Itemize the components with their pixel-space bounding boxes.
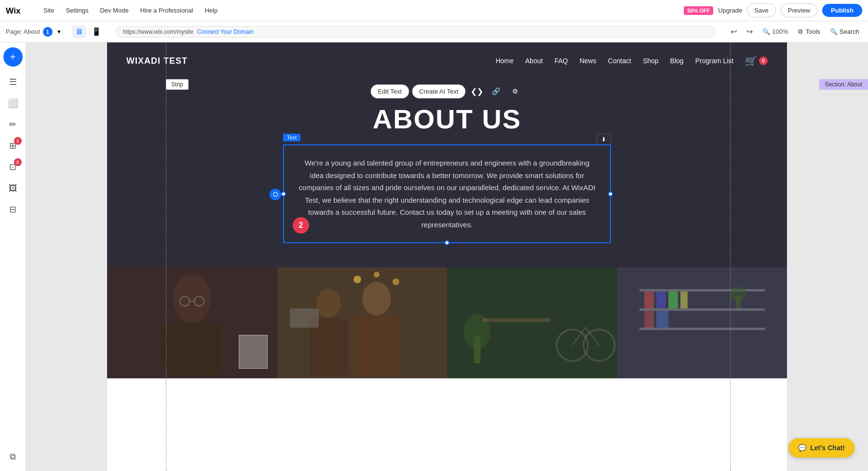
svg-rect-2 <box>163 323 221 376</box>
canvas-area: Strip Section: About WIXADI TEST Home Ab… <box>26 42 868 471</box>
image-overlay-2 <box>277 267 448 378</box>
editor-area: + ☰ ⬜ ✏ ⊞ 1 ⊡ 2 🖼 ⊟ ⧉ Strip Section: Abo… <box>0 42 868 471</box>
second-bar: Page: About 1 ▾ 🖥 📱 https://www.wix.com/… <box>0 21 868 42</box>
nav-contact[interactable]: Contact <box>608 57 631 65</box>
chat-button[interactable]: 💬 Let's Chat! <box>788 438 854 457</box>
resize-handle-left[interactable] <box>281 192 286 196</box>
nav-program-list[interactable]: Program List <box>695 57 733 65</box>
apps-badge: 2 <box>14 158 22 166</box>
add-element-button[interactable]: + <box>3 47 23 67</box>
search-label: Search <box>840 28 859 35</box>
link-icon-button[interactable]: 🔗 <box>488 83 504 99</box>
sidebar-icon-design[interactable]: ✏ <box>3 115 23 134</box>
sidebar-icon-menu[interactable]: ☰ <box>3 72 23 92</box>
connect-domain-link[interactable]: Connect Your Domain <box>197 28 254 35</box>
nav-faq[interactable]: FAQ <box>555 57 568 65</box>
cart-button[interactable]: 🛒 0 <box>745 55 768 67</box>
svg-rect-26 <box>639 328 765 330</box>
image-panel-1 <box>107 267 277 378</box>
site-preview: WIXADI TEST Home About FAQ News Contact … <box>107 42 787 471</box>
url-bar: https://www.wix.com/mysite Connect Your … <box>116 26 716 38</box>
chat-icon: 💬 <box>798 444 806 452</box>
search-button[interactable]: 🔍 Search <box>827 25 862 38</box>
text-label-tag: Text <box>283 134 300 141</box>
image-overlay-3 <box>447 267 617 378</box>
svg-point-13 <box>374 272 380 277</box>
quotes-icon-button[interactable]: ❮❯ <box>469 83 485 99</box>
svg-point-1 <box>173 275 211 323</box>
preview-button[interactable]: Preview <box>781 3 817 17</box>
sidebar-icon-apps[interactable]: ⊡ 2 <box>3 157 23 177</box>
nav-shop[interactable]: Shop <box>643 57 659 65</box>
svg-rect-29 <box>668 291 678 308</box>
menu-item-settings[interactable]: Settings <box>61 5 93 16</box>
image-panel-4 <box>617 267 787 378</box>
svg-rect-27 <box>644 291 654 308</box>
menu-item-devmode[interactable]: Dev Mode <box>95 5 133 16</box>
wix-logo: Wix <box>6 5 25 16</box>
desktop-view-button[interactable]: 🖥 <box>72 26 86 38</box>
image-panel-2 <box>277 267 448 378</box>
nav-home[interactable]: Home <box>496 57 514 65</box>
cart-icon: 🛒 <box>745 55 757 67</box>
image-overlay-4 <box>617 267 787 378</box>
section-about-label: Section: About <box>819 79 868 90</box>
view-buttons: 🖥 📱 <box>72 25 104 38</box>
menu-item-help[interactable]: Help <box>200 5 222 16</box>
tools-button[interactable]: ⚙ Tools <box>795 25 823 38</box>
about-section: Edit Text Create AI Text ❮❯ 🔗 ⚙ ABOUT US… <box>107 79 787 267</box>
sections-badge: 1 <box>14 137 22 145</box>
about-title: ABOUT US <box>373 103 521 135</box>
strip-label[interactable]: Strip <box>166 79 189 90</box>
create-ai-text-button[interactable]: Create AI Text <box>412 84 465 98</box>
chat-label: Let's Chat! <box>810 444 845 452</box>
svg-point-7 <box>316 289 340 318</box>
svg-rect-31 <box>644 311 654 328</box>
svg-point-9 <box>362 282 391 316</box>
edit-indicator: ⬡ <box>270 189 281 200</box>
top-bar-menu: Site Settings Dev Mode Hire a Profession… <box>39 5 674 16</box>
page-label: Page: About 1 ▾ <box>6 26 63 37</box>
top-bar-right: 50% OFF Upgrade Save Preview Publish <box>684 3 862 17</box>
menu-item-site[interactable]: Site <box>39 5 59 16</box>
edit-text-button[interactable]: Edit Text <box>370 84 409 98</box>
images-section <box>107 267 787 378</box>
svg-text:Wix: Wix <box>6 6 21 15</box>
save-button[interactable]: Save <box>747 3 776 17</box>
page-dropdown-button[interactable]: ▾ <box>55 26 63 37</box>
text-box[interactable]: ⬡ We're a young and talented group of en… <box>283 144 611 243</box>
nav-news[interactable]: News <box>580 57 597 65</box>
cart-badge: 0 <box>759 56 768 65</box>
zoom-button[interactable]: 🔍 100% <box>760 25 791 38</box>
site-logo: WIXADI TEST <box>126 56 188 66</box>
mobile-view-button[interactable]: 📱 <box>89 25 104 38</box>
tools-label: Tools <box>805 28 820 35</box>
zoom-icon: 🔍 <box>762 28 770 35</box>
resize-handle-bottom[interactable] <box>445 240 449 245</box>
sidebar-icon-pages[interactable]: ⬜ <box>3 94 23 113</box>
sidebar-icon-blog[interactable]: ⊟ <box>3 200 23 219</box>
nav-blog[interactable]: Blog <box>670 57 684 65</box>
svg-rect-11 <box>290 308 319 328</box>
svg-rect-10 <box>355 316 398 376</box>
search-icon: 🔍 <box>830 28 838 35</box>
site-nav: WIXADI TEST Home About FAQ News Contact … <box>107 42 787 79</box>
upgrade-link[interactable]: Upgrade <box>718 7 742 14</box>
menu-item-hire[interactable]: Hire a Professional <box>136 5 198 16</box>
image-overlay-box <box>239 335 268 369</box>
sidebar-icon-media[interactable]: 🖼 <box>3 179 23 198</box>
more-icon-button[interactable]: ⚙ <box>507 83 524 99</box>
page-label-text: Page: About <box>6 28 40 35</box>
step-badge-2: 2 <box>293 217 309 234</box>
redo-button[interactable]: ↪ <box>744 24 756 39</box>
publish-button[interactable]: Publish <box>822 4 862 17</box>
resize-handle-right[interactable] <box>608 192 613 196</box>
site-nav-links: Home About FAQ News Contact Shop Blog Pr… <box>496 55 768 67</box>
tools-icon: ⚙ <box>798 28 803 35</box>
sidebar-icon-layers[interactable]: ⧉ <box>3 447 23 466</box>
sidebar-icon-sections[interactable]: ⊞ 1 <box>3 136 23 155</box>
nav-about[interactable]: About <box>525 57 543 65</box>
url-text: https://www.wix.com/mysite <box>123 28 193 35</box>
undo-button[interactable]: ↩ <box>728 24 740 39</box>
svg-rect-32 <box>656 311 668 328</box>
